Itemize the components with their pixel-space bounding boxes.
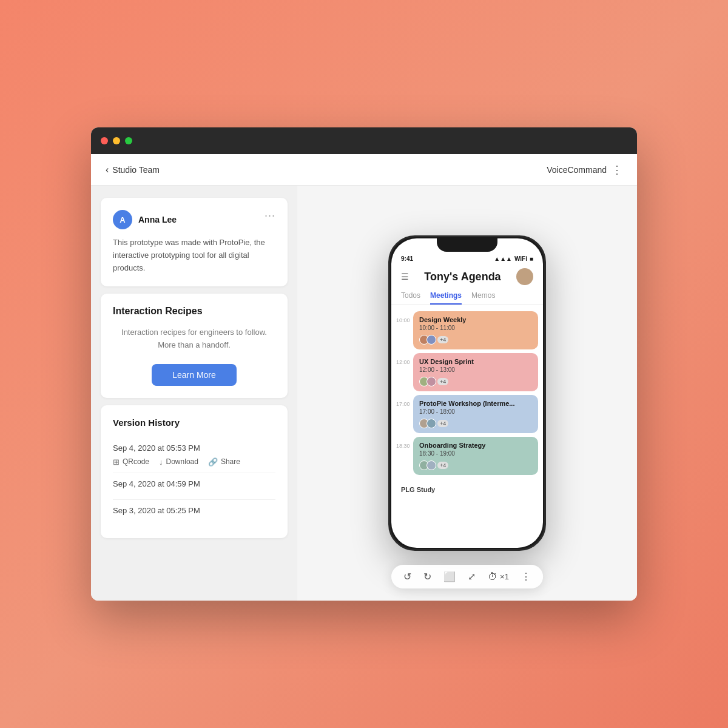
more-options-icon[interactable]: ⋮ [521, 571, 531, 582]
meeting-time-2: 12:00 - 13:00 [419, 366, 532, 373]
back-nav[interactable]: ‹ Studio Team [106, 164, 160, 175]
version-entry-2: Sep 4, 2020 at 04:59 PM [113, 473, 275, 500]
project-menu-icon[interactable]: ⋮ [612, 163, 622, 177]
tab-memos[interactable]: Memos [471, 291, 495, 305]
interaction-recipes-title: Interaction Recipes [113, 306, 275, 317]
author-name: Anna Lee [138, 215, 177, 224]
status-icons: ▲▲▲ WiFi ■ [494, 255, 533, 262]
close-button[interactable] [101, 137, 108, 144]
phone-frame-icon[interactable]: ⬜ [443, 571, 456, 582]
schedule-row-3: 17:00 ProtoPie Workshop (Interme... 17:0… [391, 395, 543, 433]
version-actions-1: ⊞ QRcode ↓ Download 🔗 Share [113, 457, 275, 467]
learn-more-button[interactable]: Learn More [152, 364, 237, 386]
title-bar [91, 127, 637, 154]
interaction-recipes-card: Interaction Recipes Interaction recipes … [101, 294, 288, 398]
author-card: A Anna Lee ··· This prototype was made w… [101, 198, 288, 286]
meeting-time-4: 18:30 - 19:00 [419, 450, 532, 457]
plg-title: PLG Study [401, 486, 533, 493]
meeting-title-3: ProtoPie Workshop (Interme... [419, 400, 532, 407]
status-time: 9:41 [401, 255, 413, 262]
refresh-icon[interactable]: ↺ [403, 571, 411, 582]
version-date-2: Sep 4, 2020 at 04:59 PM [113, 479, 275, 488]
schedule-row-1: 10:00 Design Weekly 10:00 - 11:00 +4 [391, 311, 543, 349]
share-label: Share [221, 457, 240, 466]
card-description: This prototype was made with ProtoPie, t… [113, 237, 275, 274]
version-date-1: Sep 4, 2020 at 05:53 PM [113, 443, 275, 453]
project-name-label: VoiceCommand [547, 165, 607, 175]
qrcode-action[interactable]: ⊞ QRcode [113, 457, 149, 467]
tab-todos[interactable]: Todos [401, 291, 420, 305]
phone-screen: 9:41 ▲▲▲ WiFi ■ ☰ Tony's Agenda [391, 238, 543, 548]
meeting-card-1[interactable]: Design Weekly 10:00 - 11:00 +4 [413, 311, 538, 349]
bottom-toolbar: ↺ ↻ ⬜ ⤢ ⏱ ×1 ⋮ [391, 565, 543, 588]
attendees-2: +4 [419, 377, 532, 386]
meeting-time-3: 17:00 - 18:00 [419, 408, 532, 415]
top-bar: ‹ Studio Team VoiceCommand ⋮ [91, 154, 637, 186]
tab-meetings[interactable]: Meetings [430, 291, 462, 305]
redo-icon[interactable]: ↻ [423, 571, 431, 582]
meeting-title-1: Design Weekly [419, 316, 532, 323]
author-info: A Anna Lee [113, 210, 177, 229]
version-entry-1: Sep 4, 2020 at 05:53 PM ⊞ QRcode ↓ Downl… [113, 437, 275, 473]
attendees-1: +4 [419, 335, 532, 345]
version-history-title: Version History [113, 417, 275, 428]
meeting-card-2[interactable]: UX Design Sprint 12:00 - 13:00 +4 [413, 353, 538, 391]
app-title: Tony's Agenda [424, 271, 500, 283]
version-date-3: Sep 3, 2020 at 05:25 PM [113, 506, 275, 515]
meeting-title-4: Onboarding Strategy [419, 442, 532, 449]
user-avatar [516, 268, 533, 285]
tabs-row: Todos Meetings Memos [391, 288, 543, 305]
status-bar: 9:41 ▲▲▲ WiFi ■ [391, 252, 543, 263]
meeting-card-3[interactable]: ProtoPie Workshop (Interme... 17:00 - 18… [413, 395, 538, 433]
minimize-button[interactable] [113, 137, 120, 144]
phone-notch [437, 238, 497, 252]
speed-label: ×1 [500, 572, 509, 581]
speed-control[interactable]: ⏱ ×1 [488, 571, 509, 582]
signal-icon: ▲▲▲ [494, 255, 512, 262]
version-entry-3: Sep 3, 2020 at 05:25 PM [113, 500, 275, 526]
qrcode-icon: ⊞ [113, 457, 120, 467]
attendee-count-4: +4 [437, 462, 448, 469]
schedule-row-2: 12:00 UX Design Sprint 12:00 - 13:00 +4 [391, 353, 543, 391]
schedule-list: 10:00 Design Weekly 10:00 - 11:00 +4 [391, 305, 543, 481]
traffic-lights [101, 137, 132, 144]
wifi-icon: WiFi [514, 255, 527, 262]
right-panel: 9:41 ▲▲▲ WiFi ■ ☰ Tony's Agenda [297, 186, 637, 601]
fullscreen-icon[interactable]: ⤢ [468, 571, 476, 582]
avatar: A [113, 210, 132, 229]
app-content: ‹ Studio Team VoiceCommand ⋮ A Anna Lee [91, 154, 637, 601]
attendee-count-1: +4 [437, 336, 448, 343]
schedule-row-4: 18:30 Onboarding Strategy 18:30 - 19:00 … [391, 437, 543, 475]
attendee-count-3: +4 [437, 420, 448, 427]
share-icon: 🔗 [208, 457, 218, 467]
speed-icon: ⏱ [488, 571, 497, 582]
download-icon: ↓ [159, 457, 163, 467]
download-label: Download [166, 457, 198, 466]
back-label: Studio Team [112, 165, 160, 175]
back-chevron-icon: ‹ [106, 164, 109, 175]
plg-row: PLG Study [391, 481, 543, 498]
time-label-2: 12:00 [391, 353, 413, 365]
main-content: A Anna Lee ··· This prototype was made w… [91, 186, 637, 601]
maximize-button[interactable] [125, 137, 132, 144]
app-header: ☰ Tony's Agenda [391, 263, 543, 288]
more-options-button[interactable]: ··· [265, 210, 275, 221]
time-label-4: 18:30 [391, 437, 413, 449]
left-panel: A Anna Lee ··· This prototype was made w… [91, 186, 297, 601]
version-history-card: Version History Sep 4, 2020 at 05:53 PM … [101, 405, 288, 538]
phone-mockup: 9:41 ▲▲▲ WiFi ■ ☰ Tony's Agenda [388, 235, 546, 551]
attendees-3: +4 [419, 419, 532, 428]
meeting-card-4[interactable]: Onboarding Strategy 18:30 - 19:00 +4 [413, 437, 538, 475]
menu-icon: ☰ [401, 272, 409, 281]
project-name: VoiceCommand ⋮ [547, 163, 622, 177]
interaction-recipes-subtitle: Interaction recipes for engineers to fol… [113, 326, 275, 352]
meeting-time-1: 10:00 - 11:00 [419, 325, 532, 331]
attendee-count-2: +4 [437, 378, 448, 385]
share-action[interactable]: 🔗 Share [208, 457, 240, 467]
download-action[interactable]: ↓ Download [159, 457, 198, 467]
time-label-3: 17:00 [391, 395, 413, 407]
meeting-title-2: UX Design Sprint [419, 358, 532, 365]
battery-icon: ■ [530, 255, 533, 262]
qrcode-label: QRcode [123, 457, 149, 466]
time-label-1: 10:00 [391, 311, 413, 323]
